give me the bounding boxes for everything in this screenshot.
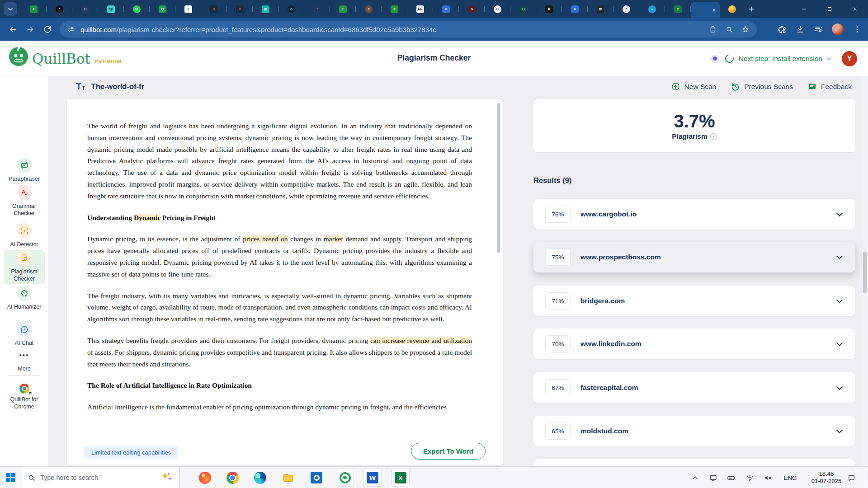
- extensions-icon[interactable]: [778, 25, 787, 34]
- result-card[interactable]: 67%fastercapital.com: [533, 372, 855, 403]
- tray-language[interactable]: ENG: [780, 467, 800, 488]
- pinned-tab[interactable]: II: [536, 0, 562, 18]
- pinned-tab[interactable]: o: [459, 0, 485, 18]
- screen-recorder-taskbar-button[interactable]: [336, 469, 354, 487]
- file-explorer-taskbar-button[interactable]: [279, 469, 297, 486]
- result-card[interactable]: 71%bridgera.com: [533, 286, 855, 316]
- pinned-tab[interactable]: c: [356, 0, 382, 18]
- chrome-taskbar-button[interactable]: [223, 469, 241, 486]
- chevron-down-icon[interactable]: [836, 340, 843, 346]
- new-scan-button[interactable]: New Scan: [671, 82, 717, 91]
- result-card-partial[interactable]: [533, 459, 855, 466]
- browser-profile-avatar[interactable]: [832, 23, 844, 35]
- word-taskbar-button[interactable]: W: [363, 469, 382, 487]
- document-scrollbar-thumb[interactable]: [497, 103, 500, 253]
- pinned-tab[interactable]: +: [21, 0, 47, 18]
- minimize-button[interactable]: [791, 0, 816, 18]
- document-title[interactable]: The-world-of-fr: [91, 82, 144, 91]
- user-avatar[interactable]: Y: [842, 51, 857, 66]
- chevron-down-icon[interactable]: [836, 297, 843, 303]
- active-tab[interactable]: ×: [691, 2, 720, 18]
- forward-button[interactable]: [22, 21, 39, 38]
- chevron-down-icon[interactable]: [836, 210, 843, 216]
- pinned-tab[interactable]: ~: [639, 0, 665, 18]
- source-domain[interactable]: bridgera.com: [580, 297, 625, 305]
- tab-search-button[interactable]: [4, 2, 17, 16]
- pinned-tab[interactable]: B: [150, 0, 175, 18]
- sidebar-item-quillbot-for-chrome[interactable]: QuillBot for Chrome: [3, 384, 46, 410]
- tray-chevron-up-icon[interactable]: [690, 473, 700, 483]
- close-tab-icon[interactable]: ×: [712, 7, 716, 13]
- site-settings-icon[interactable]: [67, 25, 75, 33]
- feedback-button[interactable]: Feedback: [807, 82, 852, 91]
- maximize-button[interactable]: [816, 0, 842, 18]
- pinned-tab[interactable]: O: [510, 0, 536, 18]
- bookmark-star-icon[interactable]: [741, 25, 750, 33]
- outlook-taskbar-button[interactable]: [307, 469, 326, 486]
- next-step-link[interactable]: Next step: Install extension: [739, 55, 822, 63]
- background-tab[interactable]: [720, 0, 744, 18]
- source-domain[interactable]: www.prospectboss.com: [580, 253, 661, 261]
- start-button[interactable]: [0, 467, 22, 488]
- pinned-tab[interactable]: C: [124, 0, 150, 18]
- sidebar-item-more[interactable]: ••• More: [3, 347, 46, 372]
- result-card[interactable]: 75%www.prospectboss.com: [533, 242, 855, 272]
- pinned-tab[interactable]: #: [175, 0, 201, 18]
- plagiarism-highlight[interactable]: market: [324, 235, 343, 243]
- media-queue-icon[interactable]: [814, 25, 823, 34]
- pinned-tab[interactable]: m: [588, 0, 613, 18]
- show-desktop-button[interactable]: [865, 469, 865, 486]
- pinned-tab[interactable]: :: [304, 0, 330, 18]
- sidebar-item-ai-humanizer[interactable]: AI Humanizer: [3, 286, 46, 310]
- cast-icon[interactable]: [708, 473, 718, 483]
- notification-center-icon[interactable]: [846, 473, 856, 483]
- downloads-icon[interactable]: [796, 25, 805, 34]
- chevron-down-icon[interactable]: [836, 427, 843, 433]
- document-text[interactable]: The world of freight and logistics has b…: [87, 120, 472, 437]
- sidebar-item-paraphraser[interactable]: Paraphraser: [3, 158, 46, 183]
- previous-scans-button[interactable]: Previous Scans: [731, 82, 793, 91]
- excel-taskbar-button[interactable]: X: [392, 469, 410, 487]
- page-scrollbar-thumb[interactable]: [863, 252, 867, 293]
- pinned-tab[interactable]: ≡: [433, 0, 459, 18]
- tray-clock[interactable]: 18:48 01-07-2025: [806, 467, 847, 488]
- zoom-icon[interactable]: [725, 25, 733, 33]
- sidebar-item-ai-detector[interactable]: AI Detector: [3, 223, 46, 248]
- url-text[interactable]: quillbot.com/plagiarism-checker?referrer…: [80, 26, 701, 33]
- back-button[interactable]: [5, 21, 22, 38]
- pinned-tab[interactable]: *: [613, 0, 639, 18]
- wifi-icon[interactable]: [745, 473, 755, 483]
- sidebar-item-plagiarism-checker[interactable]: Plagiarism Checker: [3, 250, 46, 282]
- plagiarism-highlight[interactable]: prices based on: [243, 235, 288, 243]
- volume-muted-icon[interactable]: [763, 473, 773, 483]
- battery-icon[interactable]: [726, 473, 736, 483]
- sidebar-item-grammar-checker[interactable]: Grammar Checker: [3, 185, 46, 217]
- pinned-tab[interactable]: @: [98, 0, 124, 18]
- pinned-tab[interactable]: +: [330, 0, 356, 18]
- close-window-button[interactable]: [842, 0, 868, 18]
- result-card[interactable]: 70%www.linkedin.com: [533, 328, 855, 359]
- pinned-tab[interactable]: o: [278, 0, 304, 18]
- pinned-tab[interactable]: ≡: [562, 0, 588, 18]
- pinned-tab[interactable]: H: [72, 0, 98, 18]
- pinned-tab[interactable]: x: [227, 0, 253, 18]
- pinned-tab[interactable]: z: [665, 0, 691, 18]
- export-to-word-button[interactable]: Export To Word: [411, 443, 486, 460]
- source-domain[interactable]: moldstud.com: [580, 427, 628, 435]
- pinned-tab[interactable]: x: [201, 0, 227, 18]
- reload-button[interactable]: [39, 21, 56, 38]
- plagiarism-highlight[interactable]: Dynamic: [134, 214, 160, 221]
- address-bar[interactable]: quillbot.com/plagiarism-checker?referrer…: [60, 21, 757, 38]
- plagiarism-highlight[interactable]: can increase revenue and utilization: [370, 337, 472, 344]
- result-card[interactable]: 76%www.cargobot.io: [533, 199, 855, 230]
- firefox-taskbar-button[interactable]: [196, 469, 214, 486]
- source-domain[interactable]: www.cargobot.io: [580, 210, 637, 218]
- new-tab-button[interactable]: [744, 2, 759, 16]
- chevron-down-icon[interactable]: [836, 384, 843, 390]
- info-icon[interactable]: i: [710, 133, 717, 140]
- source-domain[interactable]: www.linkedin.com: [580, 340, 642, 348]
- pinned-tab[interactable]: N: [253, 0, 278, 18]
- pinned-tab[interactable]: *: [47, 0, 72, 18]
- sidebar-item-ai-chat[interactable]: AI Chat: [3, 322, 46, 347]
- chevron-down-icon[interactable]: [826, 56, 832, 61]
